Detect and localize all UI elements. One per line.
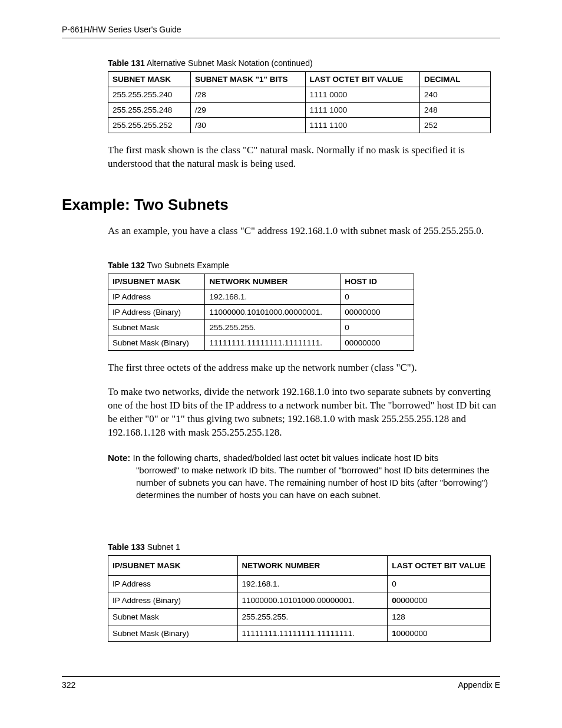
cell: IP Address (Binary) — [108, 592, 238, 608]
cell: Subnet Mask — [108, 608, 238, 625]
table-133-caption-text: Subnet 1 — [145, 542, 180, 552]
note-text-first: In the following charts, shaded/bolded l… — [130, 453, 438, 463]
running-header: P-661H/HW Series User's Guide — [62, 25, 500, 38]
cell: 1111 0000 — [305, 87, 420, 103]
cell: 0 — [340, 289, 414, 304]
col-header: IP/SUBNET MASK — [108, 555, 238, 575]
cell: IP Address (Binary) — [108, 304, 205, 319]
table-133-caption-bold: Table 133 — [108, 542, 145, 552]
page-footer: 322 Appendix E — [62, 676, 500, 690]
table-row: Subnet Mask 255.255.255. 128 — [108, 608, 491, 625]
cell: 11000000.10101000.00000001. — [237, 592, 388, 608]
table-133: IP/SUBNET MASK NETWORK NUMBER LAST OCTET… — [108, 555, 491, 642]
cell: 255.255.255. — [205, 319, 340, 335]
body-paragraph: As an example, you have a class "C" addr… — [108, 225, 500, 238]
table-row: IP Address (Binary) 11000000.10101000.00… — [108, 592, 491, 608]
table-row: IP Address (Binary) 11000000.10101000.00… — [108, 304, 414, 319]
table-131-caption: Table 131 Alternative Subnet Mask Notati… — [108, 58, 500, 68]
note-text-rest: "borrowed" to make network ID bits. The … — [136, 464, 500, 501]
table-row: SUBNET MASK SUBNET MASK "1" BITS LAST OC… — [108, 72, 491, 87]
col-header: NETWORK NUMBER — [237, 555, 388, 575]
col-header: DECIMAL — [420, 72, 491, 87]
cell: 255.255.255.248 — [108, 103, 191, 118]
body-paragraph: The first three octets of the address ma… — [108, 361, 500, 375]
cell: 255.255.255.252 — [108, 118, 191, 133]
table-row: IP/SUBNET MASK NETWORK NUMBER HOST ID — [108, 274, 414, 289]
cell: 10000000 — [388, 625, 491, 641]
section-label: Appendix E — [458, 680, 500, 690]
table-row: Subnet Mask 255.255.255. 0 — [108, 319, 414, 335]
cell: 00000000 — [340, 304, 414, 319]
rest-bits: 0000000 — [396, 629, 428, 638]
table-132-caption: Table 132 Two Subnets Example — [108, 261, 500, 270]
table-row: 255.255.255.240 /28 1111 0000 240 — [108, 87, 491, 103]
col-header: IP/SUBNET MASK — [108, 274, 205, 289]
cell: 248 — [420, 103, 491, 118]
col-header: HOST ID — [340, 274, 414, 289]
cell: /29 — [190, 103, 305, 118]
cell: 1111 1000 — [305, 103, 420, 118]
body-paragraph: The first mask shown is the class "C" na… — [108, 144, 500, 171]
cell: 0 — [388, 575, 491, 592]
note-block: Note: In the following charts, shaded/bo… — [108, 452, 500, 501]
cell: 255.255.255. — [237, 608, 388, 625]
col-header: SUBNET MASK — [108, 72, 191, 87]
cell: 255.255.255.240 — [108, 87, 191, 103]
table-row: 255.255.255.248 /29 1111 1000 248 — [108, 103, 491, 118]
body-paragraph: To make two networks, divide the network… — [108, 386, 500, 440]
table-row: IP/SUBNET MASK NETWORK NUMBER LAST OCTET… — [108, 555, 491, 575]
col-header: LAST OCTET BIT VALUE — [305, 72, 420, 87]
table-row: 255.255.255.252 /30 1111 1100 252 — [108, 118, 491, 133]
table-row: IP Address 192.168.1. 0 — [108, 289, 414, 304]
cell: Subnet Mask (Binary) — [108, 625, 238, 641]
rest-bits: 0 — [392, 579, 396, 588]
cell: /30 — [190, 118, 305, 133]
cell: 0 — [340, 319, 414, 335]
page-number: 322 — [62, 680, 75, 690]
table-row: Subnet Mask (Binary) 11111111.11111111.1… — [108, 335, 414, 350]
cell: Subnet Mask — [108, 319, 205, 335]
cell: 128 — [388, 608, 491, 625]
cell: Subnet Mask (Binary) — [108, 335, 205, 350]
rest-bits: 0000000 — [396, 596, 428, 605]
cell: 1111 1100 — [305, 118, 420, 133]
cell: 192.168.1. — [205, 289, 340, 304]
bold-bit: 0 — [392, 596, 396, 605]
note-label: Note: — [108, 453, 130, 463]
table-131-caption-bold: Table 131 — [108, 58, 145, 68]
cell: 252 — [420, 118, 491, 133]
cell: 11111111.11111111.11111111. — [237, 625, 388, 641]
table-132: IP/SUBNET MASK NETWORK NUMBER HOST ID IP… — [108, 274, 414, 351]
table-133-caption: Table 133 Subnet 1 — [108, 542, 500, 552]
table-131-caption-text: Alternative Subnet Mask Notation (contin… — [145, 58, 313, 68]
table-row: IP Address 192.168.1. 0 — [108, 575, 491, 592]
cell: IP Address — [108, 289, 205, 304]
cell: 00000000 — [340, 335, 414, 350]
cell: 240 — [420, 87, 491, 103]
col-header: LAST OCTET BIT VALUE — [388, 555, 491, 575]
section-heading: Example: Two Subnets — [62, 196, 500, 214]
col-header: SUBNET MASK "1" BITS — [190, 72, 305, 87]
cell: /28 — [190, 87, 305, 103]
cell: 192.168.1. — [237, 575, 388, 592]
table-132-caption-text: Two Subnets Example — [145, 261, 229, 270]
table-row: Subnet Mask (Binary) 11111111.11111111.1… — [108, 625, 491, 641]
col-header: NETWORK NUMBER — [205, 274, 340, 289]
cell: IP Address — [108, 575, 238, 592]
table-131: SUBNET MASK SUBNET MASK "1" BITS LAST OC… — [108, 71, 491, 133]
cell: 11000000.10101000.00000001. — [205, 304, 340, 319]
table-132-caption-bold: Table 132 — [108, 261, 145, 270]
cell: 00000000 — [388, 592, 491, 608]
cell: 11111111.11111111.11111111. — [205, 335, 340, 350]
rest-bits: 128 — [392, 612, 405, 621]
bold-bit: 1 — [392, 629, 396, 638]
